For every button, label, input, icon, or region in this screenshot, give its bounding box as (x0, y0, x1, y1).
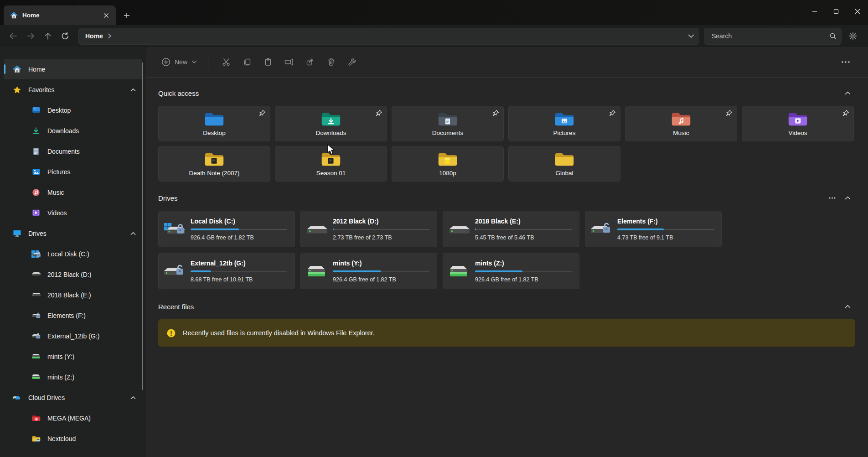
tab-home[interactable]: Home (4, 5, 116, 25)
cut-icon[interactable] (216, 53, 237, 71)
star-icon (12, 85, 22, 94)
rename-icon[interactable] (279, 53, 300, 71)
new-tab-button[interactable] (120, 9, 133, 22)
quick-access-card-music[interactable]: Music (625, 106, 737, 141)
address-bar[interactable]: Home (78, 28, 699, 45)
drive-name: mints (Z:) (475, 260, 572, 267)
minimize-button[interactable] (804, 0, 825, 23)
pin-icon[interactable] (725, 109, 733, 117)
drive-card-mints-y[interactable]: mints (Y:)926.4 GB free of 1.82 TB (300, 253, 437, 289)
search-input[interactable] (711, 32, 829, 40)
quick-access-collapse-icon[interactable] (840, 87, 855, 99)
sidebar-item-external-12tb-g[interactable]: External_12tb (G:) (4, 326, 142, 346)
new-button[interactable]: New (158, 55, 201, 69)
sidebar-item-drives[interactable]: Drives (4, 223, 142, 244)
sidebar-item-mints-y[interactable]: mints (Y:) (4, 346, 142, 367)
sidebar-item-videos[interactable]: Videos (4, 203, 142, 223)
pin-icon[interactable] (258, 109, 266, 117)
delete-icon[interactable] (320, 53, 341, 71)
copy-icon[interactable] (237, 53, 258, 71)
settings-gear-icon[interactable] (843, 27, 863, 45)
capacity-bar (191, 228, 287, 231)
plus-circle-icon (161, 57, 170, 67)
drive-card-2012-black-d[interactable]: 2012 Black (D:)2.73 TB free of 2.73 TB (300, 211, 437, 247)
sidebar-item-local-disk-c[interactable]: Local Disk (C:) (4, 244, 142, 264)
home-tab-icon (10, 12, 18, 19)
quick-access-card-documents[interactable]: Documents (392, 106, 504, 141)
recent-files-warning-banner: Recently used files is currently disable… (158, 319, 855, 347)
recent-files-title: Recent files (158, 303, 840, 311)
paste-icon[interactable] (258, 53, 279, 71)
folder-name: Downloads (316, 130, 346, 136)
drive-name: 2012 Black (D:) (333, 218, 429, 225)
drives-collapse-icon[interactable] (840, 192, 855, 204)
new-dropdown-chevron-icon (191, 60, 197, 64)
sidebar-item-downloads[interactable]: Downloads (4, 120, 142, 141)
quick-access-card-downloads[interactable]: Downloads (275, 106, 387, 141)
address-dropdown-icon[interactable] (688, 34, 694, 38)
sidebar-item-desktop[interactable]: Desktop (4, 100, 142, 120)
close-button[interactable] (847, 0, 868, 23)
sidebar-item-favorites[interactable]: Favorites (4, 79, 142, 100)
toolbar-more-icon[interactable] (835, 53, 856, 71)
pin-icon[interactable] (609, 109, 616, 117)
breadcrumb[interactable]: Home (85, 32, 103, 40)
toolbar-divider (208, 56, 208, 68)
quick-access-card-death-note-2007[interactable]: Death Note (2007) (158, 146, 270, 182)
chevron-up-icon[interactable] (130, 232, 136, 235)
maximize-button[interactable] (825, 0, 847, 23)
sidebar-item-nextcloud[interactable]: Nextcloud (4, 428, 142, 449)
search-box[interactable] (704, 28, 842, 45)
free-space-label: 926.4 GB free of 1.82 TB (191, 234, 287, 241)
tab-close-icon[interactable] (100, 10, 112, 21)
quick-access-card-1080p[interactable]: 1080p (392, 146, 504, 182)
capacity-track (475, 229, 572, 229)
pin-icon[interactable] (375, 109, 382, 117)
quick-access-card-desktop[interactable]: Desktop (158, 106, 270, 141)
sidebar-item-elements-f[interactable]: Elements (F:) (4, 305, 142, 326)
back-icon[interactable] (5, 28, 22, 44)
sidebar-scrollbar[interactable] (142, 62, 143, 390)
drive-card-local-disk-c[interactable]: Local Disk (C:)926.4 GB free of 1.82 TB (158, 211, 295, 247)
forward-icon[interactable] (22, 28, 39, 44)
sidebar-item-2018-black-e[interactable]: 2018 Black (E:) (4, 285, 142, 305)
share-icon[interactable] (300, 53, 320, 71)
chevron-up-icon[interactable] (130, 88, 136, 92)
sidebar-item-mega-mega[interactable]: MEGA (MEGA) (4, 408, 142, 428)
quick-access-card-season-01[interactable]: Season 01 (275, 146, 387, 182)
properties-wrench-icon[interactable] (341, 53, 362, 71)
sidebar-item-music[interactable]: Music (4, 182, 142, 203)
sidebar-item-label: mints (Z:) (47, 374, 142, 381)
toolbar: New (146, 47, 868, 78)
pin-icon[interactable] (492, 109, 499, 117)
drives-more-icon[interactable] (824, 192, 840, 204)
sidebar-item-mints-z[interactable]: mints (Z:) (4, 367, 142, 387)
quick-access-card-global[interactable]: Global (508, 146, 620, 182)
sidebar-item-pictures[interactable]: Pictures (4, 161, 142, 182)
quick-access-card-pictures[interactable]: Pictures (508, 106, 620, 141)
refresh-icon[interactable] (57, 28, 74, 44)
folder-icon (438, 111, 458, 127)
pin-icon[interactable] (842, 109, 849, 117)
sidebar-item-documents[interactable]: Documents (4, 141, 142, 161)
capacity-fill (475, 228, 476, 230)
sidebar-item-cloud-drives[interactable]: Cloud Drives (4, 387, 142, 408)
quick-access-card-videos[interactable]: Videos (742, 106, 854, 141)
sidebar-item-label: Videos (47, 209, 142, 217)
drive-card-2018-black-e[interactable]: 2018 Black (E:)5.45 TB free of 5.46 TB (443, 211, 579, 247)
search-icon[interactable] (829, 32, 837, 40)
drive-card-mints-z[interactable]: mints (Z:)926.4 GB free of 1.82 TB (443, 253, 579, 289)
sidebar-item-2012-black-d[interactable]: 2012 Black (D:) (4, 264, 142, 285)
sidebar-item-home[interactable]: Home (4, 59, 142, 79)
capacity-fill (333, 270, 381, 272)
free-space-label: 8.68 TB free of 10.91 TB (191, 276, 287, 283)
folder-name: Documents (432, 130, 463, 136)
drive-card-external-12tb-g[interactable]: External_12tb (G:)8.68 TB free of 10.91 … (158, 253, 295, 289)
free-space-label: 4.73 TB free of 9.1 TB (617, 234, 714, 241)
drive-card-elements-f[interactable]: Elements (F:)4.73 TB free of 9.1 TB (585, 211, 722, 247)
chevron-up-icon[interactable] (130, 396, 136, 400)
drives-title: Drives (158, 194, 824, 202)
up-icon[interactable] (39, 28, 57, 44)
sidebar-item-label: Drives (28, 230, 130, 237)
recent-files-collapse-icon[interactable] (840, 301, 855, 312)
